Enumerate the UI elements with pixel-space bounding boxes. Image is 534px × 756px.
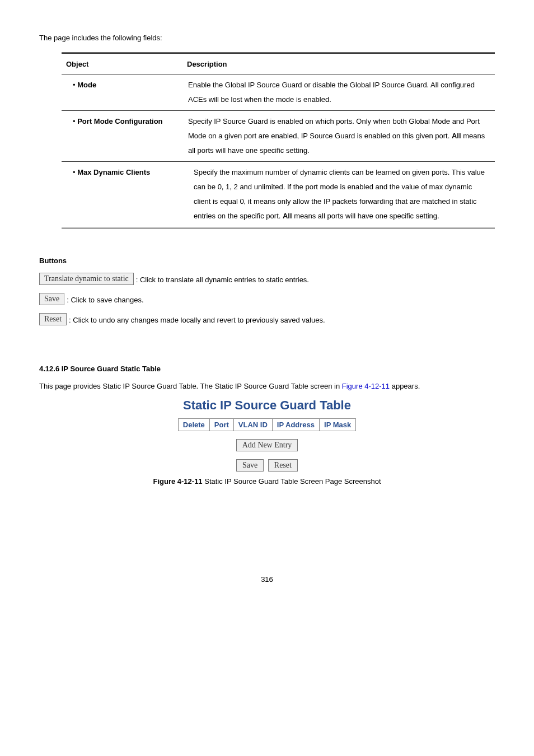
desc-bold: All <box>283 212 292 220</box>
buttons-heading: Buttons <box>39 256 495 265</box>
desc-bold: All <box>452 132 461 140</box>
object-label: Port Mode Configuration <box>77 117 162 125</box>
translate-button[interactable]: Translate dynamic to static <box>39 273 134 285</box>
add-new-entry-button[interactable]: Add New Entry <box>236 439 298 451</box>
reset-button[interactable]: Reset <box>268 459 298 472</box>
col-port: Port <box>209 418 233 431</box>
figure-caption-text: Static IP Source Guard Table Screen Page… <box>203 477 381 486</box>
table-row: • Port Mode Configuration Specify IP Sou… <box>62 111 495 162</box>
static-table: Delete Port VLAN ID IP Address IP Mask <box>178 418 356 431</box>
desc-text: Enable the Global IP Source Guard or dis… <box>188 81 475 104</box>
save-button[interactable]: Save <box>39 293 64 305</box>
figure-caption-num: Figure 4-12-11 <box>153 477 202 486</box>
object-label: Mode <box>77 81 96 89</box>
table-row: • Mode Enable the Global IP Source Guard… <box>62 74 495 111</box>
col-mask: IP Mask <box>320 418 356 431</box>
bullet-icon: • <box>67 117 76 125</box>
desc-text: means all ports will have one specific s… <box>294 212 439 220</box>
static-table-title: Static IP Source Guard Table <box>39 398 495 413</box>
col-delete: Delete <box>178 418 209 431</box>
desc-text: Specify IP Source Guard is enabled on wh… <box>188 117 480 140</box>
page-number: 316 <box>39 575 495 584</box>
reset-desc: : Click to undo any changes made locally… <box>69 315 325 325</box>
intro-text: The page includes the following fields: <box>39 34 495 42</box>
bullet-icon: • <box>67 81 76 89</box>
section-text-a: This page provides Static IP Source Guar… <box>39 382 342 390</box>
section-text-b: appears. <box>390 382 420 390</box>
table-row: • Max Dynamic Clients Specify the maximu… <box>62 162 495 228</box>
reset-button[interactable]: Reset <box>39 313 67 325</box>
save-desc: : Click to save changes. <box>67 295 143 305</box>
col-description: Description <box>182 53 495 74</box>
bullet-icon: • <box>67 168 76 176</box>
translate-desc: : Click to translate all dynamic entries… <box>136 275 309 285</box>
col-vlan: VLAN ID <box>233 418 272 431</box>
section-heading: 4.12.6 IP Source Guard Static Table <box>39 365 495 373</box>
col-ip: IP Address <box>272 418 319 431</box>
save-button[interactable]: Save <box>236 459 264 472</box>
object-label: Max Dynamic Clients <box>77 168 150 176</box>
section-text: This page provides Static IP Source Guar… <box>39 381 495 393</box>
figure-link[interactable]: Figure 4-12-11 <box>342 382 390 390</box>
col-object: Object <box>62 53 182 74</box>
fields-table: Object Description • Mode Enable the Glo… <box>62 52 495 228</box>
